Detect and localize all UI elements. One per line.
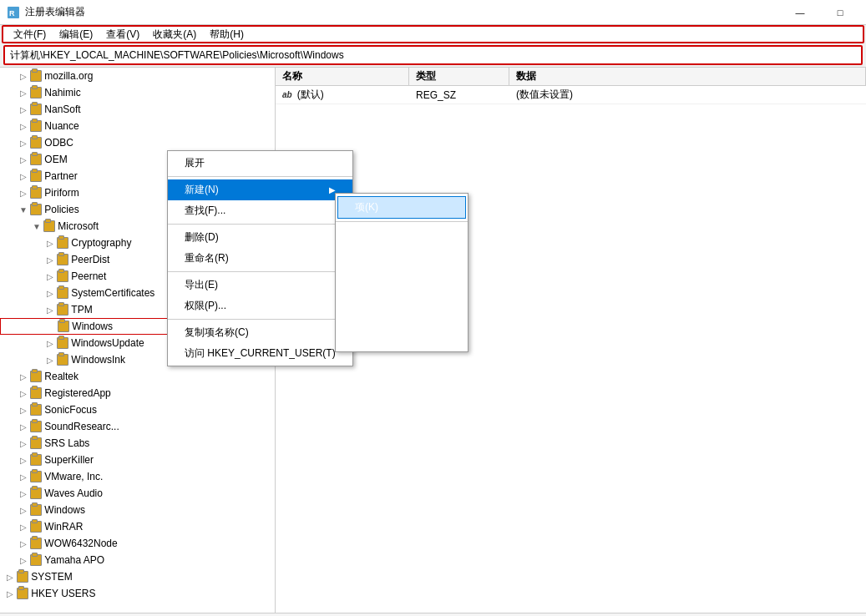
tree-item-hkeyusers[interactable]: ▷ HKEY USERS xyxy=(0,585,275,602)
folder-icon xyxy=(30,387,42,399)
folder-icon xyxy=(30,538,42,549)
tree-label: mozilla.org xyxy=(44,70,93,82)
tree-item-registeredapp[interactable]: ▷ RegisteredApp xyxy=(0,385,275,401)
title-bar: R 注册表编辑器 — □ xyxy=(0,0,866,25)
tree-label: NanSoft xyxy=(44,104,80,115)
tree-item-vmware[interactable]: ▷ VMware, Inc. xyxy=(0,468,275,485)
context-menu-find[interactable]: 查找(F)... xyxy=(168,200,352,221)
tree-label: Partner xyxy=(44,170,77,182)
expand-arrow: ▷ xyxy=(17,172,30,181)
tree-item-wavesaudio[interactable]: ▷ Waves Audio xyxy=(0,485,275,502)
expand-arrow: ▷ xyxy=(43,305,57,315)
tree-label: SuperKiller xyxy=(44,454,94,466)
folder-icon xyxy=(30,437,42,449)
tree-label: SonicFocus xyxy=(44,404,97,416)
tree-item-realtek[interactable]: ▷ Realtek xyxy=(0,368,275,385)
menu-view[interactable]: 查看(V) xyxy=(99,27,146,42)
submenu-item-key[interactable]: 项(K) xyxy=(337,196,466,219)
expand-arrow: ▷ xyxy=(17,72,30,81)
tree-item-wow6432node[interactable]: ▷ WOW6432Node xyxy=(0,535,275,552)
tree-label: Microsoft xyxy=(58,220,99,232)
expand-arrow: ▷ xyxy=(17,122,30,131)
address-bar[interactable]: 计算机\HKEY_LOCAL_MACHINE\SOFTWARE\Policies… xyxy=(3,45,863,65)
expand-arrow: ▷ xyxy=(17,155,30,164)
right-header: 名称 类型 数据 xyxy=(276,68,866,86)
tree-label: Waves Audio xyxy=(44,487,103,499)
folder-icon xyxy=(30,120,42,132)
expand-arrow xyxy=(44,322,58,331)
folder-icon xyxy=(30,204,42,215)
tree-label: SRS Labs xyxy=(44,437,89,449)
context-menu-expand[interactable]: 展开 xyxy=(168,153,352,174)
tree-label: WindowsUpdate xyxy=(71,337,144,349)
tree-label: Piriform xyxy=(44,187,78,199)
menu-separator-3 xyxy=(168,271,352,272)
context-menu-rename[interactable]: 重命名(R) xyxy=(168,248,352,269)
expand-arrow: ▷ xyxy=(43,289,57,298)
context-menu-delete[interactable]: 删除(D) xyxy=(168,227,352,248)
tree-item-superkiller[interactable]: ▷ SuperKiller xyxy=(0,452,275,468)
tree-label: SYSTEM xyxy=(31,571,72,583)
submenu-separator xyxy=(336,221,468,222)
context-menu: 展开 新建(N) ▶ 项(K) 字符串值(S) 二进制值(B) DWORD (3… xyxy=(167,150,353,366)
tree-label: Policies xyxy=(44,204,78,215)
registry-row[interactable]: ab (默认) REG_SZ (数值未设置) xyxy=(276,86,866,104)
menu-edit[interactable]: 编辑(E) xyxy=(53,27,99,42)
folder-icon xyxy=(57,254,68,265)
folder-icon xyxy=(43,220,55,232)
maximize-button[interactable]: □ xyxy=(821,0,859,25)
folder-icon xyxy=(30,104,42,115)
folder-icon xyxy=(57,354,68,366)
tree-item-winrar[interactable]: ▷ WinRAR xyxy=(0,518,275,535)
minimize-button[interactable]: — xyxy=(781,0,819,25)
tree-item-mozilla[interactable]: ▷ mozilla.org xyxy=(0,68,275,84)
folder-icon xyxy=(57,304,68,316)
title-text: 注册表编辑器 xyxy=(25,5,85,19)
tree-item-soundresearch[interactable]: ▷ SoundResearc... xyxy=(0,418,275,435)
address-text: 计算机\HKEY_LOCAL_MACHINE\SOFTWARE\Policies… xyxy=(10,48,344,63)
tree-item-sonicfocus[interactable]: ▷ SonicFocus xyxy=(0,401,275,418)
expand-arrow: ▷ xyxy=(17,456,30,465)
submenu-item-multistring[interactable]: 多字符串值(M) xyxy=(336,308,468,329)
cell-type: REG_SZ xyxy=(409,88,509,103)
tree-label: SoundResearc... xyxy=(44,421,119,432)
expand-arrow: ▷ xyxy=(17,88,30,98)
submenu-item-dword[interactable]: DWORD (32 位值)(D) xyxy=(336,266,468,287)
tree-item-windows-root[interactable]: ▷ Windows xyxy=(0,502,275,518)
context-menu-visit-hkcu[interactable]: 访问 HKEY_CURRENT_USER(T) xyxy=(168,343,352,364)
tree-item-yamaha[interactable]: ▷ Yamaha APO xyxy=(0,552,275,568)
tree-label: Yamaha APO xyxy=(44,554,104,566)
tree-label: Cryptography xyxy=(71,237,131,249)
folder-icon xyxy=(30,404,42,416)
context-menu-export[interactable]: 导出(E) xyxy=(168,275,352,295)
folder-icon xyxy=(30,187,42,199)
folder-icon xyxy=(57,337,68,349)
tree-item-nansoft[interactable]: ▷ NanSoft xyxy=(0,101,275,118)
folder-icon xyxy=(30,554,42,566)
tree-item-odbc[interactable]: ▷ ODBC xyxy=(0,134,275,151)
expand-arrow: ▷ xyxy=(17,539,30,548)
status-bar xyxy=(0,613,866,616)
submenu-item-expandstring[interactable]: 可扩充字符串值(E) xyxy=(336,329,468,350)
menu-help[interactable]: 帮助(H) xyxy=(203,27,251,42)
submenu: 项(K) 字符串值(S) 二进制值(B) DWORD (32 位值)(D) QW… xyxy=(335,193,468,352)
tree-item-system[interactable]: ▷ SYSTEM xyxy=(0,568,275,585)
context-menu-copy-name[interactable]: 复制项名称(C) xyxy=(168,322,352,343)
tree-item-srslabs[interactable]: ▷ SRS Labs xyxy=(0,435,275,452)
menu-file[interactable]: 文件(F) xyxy=(7,27,53,42)
submenu-item-qword[interactable]: QWORD (64 位值)(Q) xyxy=(336,287,468,308)
app-icon: R xyxy=(7,6,20,19)
submenu-item-string[interactable]: 字符串值(S) xyxy=(336,225,468,245)
folder-icon xyxy=(30,137,42,149)
submenu-item-binary[interactable]: 二进制值(B) xyxy=(336,245,468,266)
expand-arrow: ▷ xyxy=(17,439,30,448)
menu-favorites[interactable]: 收藏夹(A) xyxy=(146,27,203,42)
expand-arrow: ▷ xyxy=(3,573,17,582)
expand-arrow: ▷ xyxy=(17,506,30,515)
expand-arrow: ▷ xyxy=(43,255,57,265)
svg-text:R: R xyxy=(9,9,15,18)
tree-item-nahimic[interactable]: ▷ Nahimic xyxy=(0,84,275,101)
context-menu-permissions[interactable]: 权限(P)... xyxy=(168,295,352,316)
tree-item-nuance[interactable]: ▷ Nuance xyxy=(0,118,275,134)
context-menu-new[interactable]: 新建(N) ▶ 项(K) 字符串值(S) 二进制值(B) DWORD (32 位… xyxy=(168,179,352,200)
